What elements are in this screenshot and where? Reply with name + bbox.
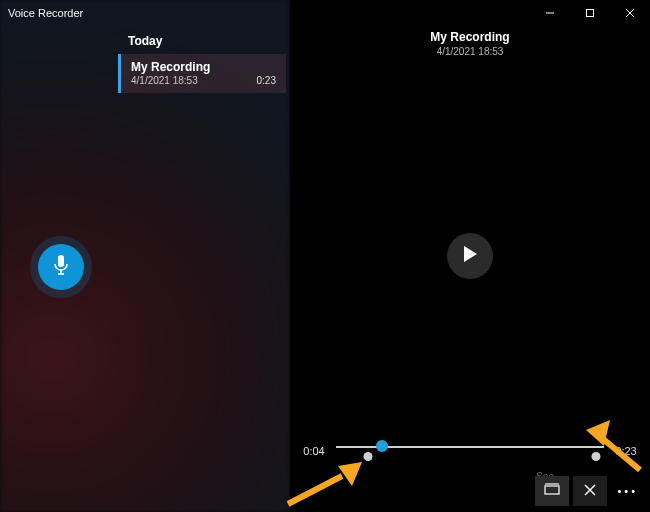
ellipsis-icon: ••• bbox=[617, 485, 638, 497]
minimize-button[interactable] bbox=[530, 0, 570, 26]
trim-icon bbox=[544, 482, 560, 500]
close-icon bbox=[584, 482, 596, 500]
delete-button[interactable] bbox=[573, 476, 607, 506]
marker-dot[interactable] bbox=[591, 452, 600, 461]
recording-duration: 0:23 bbox=[257, 75, 276, 86]
section-header-today: Today bbox=[118, 26, 290, 54]
trim-button[interactable] bbox=[535, 476, 569, 506]
close-button[interactable] bbox=[610, 0, 650, 26]
svg-marker-7 bbox=[464, 246, 477, 262]
maximize-button[interactable] bbox=[570, 0, 610, 26]
track-timestamp: 4/1/2021 18:53 bbox=[290, 46, 650, 57]
record-button[interactable] bbox=[38, 244, 84, 290]
marker-dot[interactable] bbox=[364, 452, 373, 461]
app-title: Voice Recorder bbox=[8, 7, 83, 19]
title-bar: Voice Recorder bbox=[0, 0, 650, 26]
track-header: My Recording 4/1/2021 18:53 bbox=[290, 30, 650, 57]
recording-title: My Recording bbox=[131, 60, 276, 74]
svg-rect-4 bbox=[58, 255, 64, 267]
recordings-list: Today My Recording 4/1/2021 18:53 0:23 bbox=[118, 26, 290, 512]
caption-buttons bbox=[530, 0, 650, 26]
play-button[interactable] bbox=[447, 233, 493, 279]
track-title: My Recording bbox=[290, 30, 650, 44]
seek-track[interactable] bbox=[336, 442, 604, 460]
svg-rect-8 bbox=[545, 486, 559, 494]
recording-timestamp: 4/1/2021 18:53 bbox=[131, 75, 276, 86]
recordings-panel: Today My Recording 4/1/2021 18:53 0:23 bbox=[0, 0, 290, 512]
playback-panel: My Recording 4/1/2021 18:53 0:04 0:23 Se… bbox=[290, 0, 650, 512]
current-time-label: 0:04 bbox=[300, 445, 328, 457]
more-button[interactable]: ••• bbox=[611, 485, 644, 497]
recording-item[interactable]: My Recording 4/1/2021 18:53 0:23 bbox=[118, 54, 286, 93]
svg-rect-1 bbox=[587, 10, 594, 17]
microphone-icon bbox=[52, 254, 70, 280]
seek-thumb[interactable] bbox=[376, 440, 388, 452]
timeline: 0:04 0:23 bbox=[300, 442, 640, 460]
total-time-label: 0:23 bbox=[612, 445, 640, 457]
play-icon bbox=[462, 245, 478, 267]
action-bar: ••• bbox=[535, 476, 644, 506]
voice-recorder-window: Voice Recorder Today My Recording 4/1/20… bbox=[0, 0, 650, 512]
